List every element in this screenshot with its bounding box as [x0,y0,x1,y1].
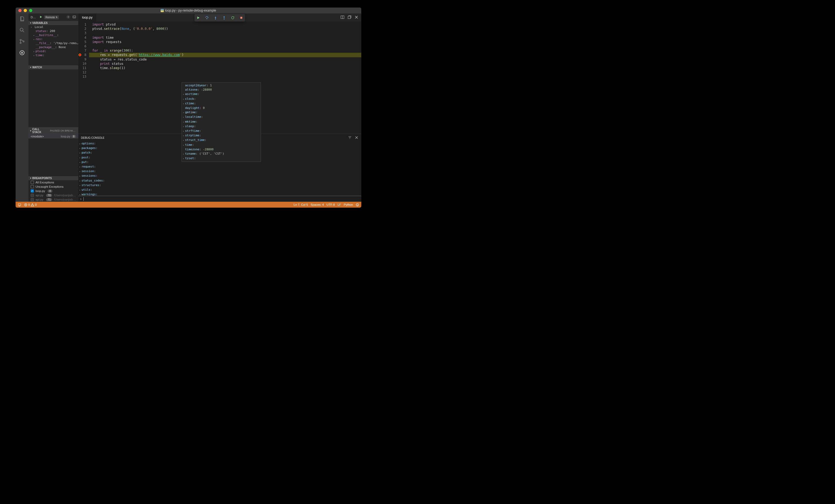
code-line[interactable] [89,31,361,35]
callstack-section-header[interactable]: ▾ CALL STACK PAUSED ON BREAKPO… [28,127,78,134]
debug-config-select[interactable]: Remote ⇅ [44,15,59,19]
svg-point-5 [68,16,69,18]
debug-console-icon[interactable] [73,15,76,19]
hover-property-row[interactable]: ▸clock: [182,97,261,101]
stack-frame-row[interactable]: <module> loop.py 8 [28,134,78,139]
hover-property-row[interactable]: timezone: -28800 [182,147,261,152]
hover-property-row[interactable]: ▸struct_time: [182,138,261,143]
hover-property-row[interactable]: accept2dyear: 1 [182,83,261,88]
code-line[interactable]: time.sleep(1) [89,66,361,70]
hover-property-row[interactable]: ▸mktime: [182,120,261,124]
continue-button[interactable] [196,15,201,20]
variable-row[interactable]: ▸ptvsd: [28,49,78,53]
svg-rect-13 [18,204,21,206]
settings-gear-icon[interactable] [66,15,70,19]
status-cursor-position[interactable]: Ln 7, Col 5 [294,203,308,206]
panel-title[interactable]: DEBUG CONSOLE [81,136,104,139]
split-editor-icon[interactable] [340,15,345,20]
hover-property-row[interactable]: altzone: -28800 [182,88,261,92]
console-output-row[interactable]: ▸warnings: [78,192,361,196]
hover-property-row[interactable]: ▸strftime: [182,129,261,133]
breakpoint-row[interactable]: ✓loop.py8 [28,189,78,193]
hover-property-row[interactable]: ▸ctime: [182,101,261,106]
minimize-window-button[interactable] [24,9,27,12]
filter-icon[interactable] [348,135,352,140]
console-output-row[interactable]: ▸sessions: [78,174,361,178]
hover-property-row[interactable]: ▸time: [182,143,261,147]
hover-property-row[interactable]: ▸tzname: ('CST', 'CST') [182,152,261,156]
breakpoint-row[interactable]: api.py71/Users/panjiaba… [28,197,78,202]
console-output-row[interactable]: ▸utils: [78,188,361,192]
code-line[interactable] [89,44,361,48]
console-output-row[interactable]: ▸request: [78,165,361,169]
source-control-icon[interactable] [19,38,25,45]
code-line[interactable]: import time [89,36,361,40]
show-opened-editors-icon[interactable] [347,15,352,20]
close-icon[interactable] [354,15,359,20]
variable-row[interactable]: __package__: None [28,45,78,49]
breakpoint-dot-icon[interactable] [79,54,81,56]
console-output-row[interactable]: ▸status_codes: [78,178,361,183]
status-host-icon[interactable] [18,203,21,207]
checkbox[interactable] [30,194,34,197]
status-problems[interactable]: 0 0 [24,203,37,207]
hover-property-row[interactable]: ▸tzset: [182,156,261,161]
hover-property-row[interactable]: daylight: 0 [182,106,261,110]
debug-icon[interactable] [19,49,25,56]
status-feedback-icon[interactable] [355,203,359,207]
hover-property-row[interactable]: ▸localtime: [182,115,261,120]
explorer-icon[interactable] [19,16,25,22]
start-debug-button[interactable] [39,15,42,19]
console-output-row[interactable]: ▸session: [78,169,361,174]
svg-rect-12 [348,16,350,19]
stop-button[interactable] [239,15,244,20]
step-out-button[interactable] [221,15,227,20]
code-line[interactable] [89,70,361,75]
step-over-button[interactable] [204,15,209,20]
status-eol[interactable]: LF [338,203,341,206]
status-encoding[interactable]: UTF-8 [327,203,335,206]
code-line[interactable]: print status [89,62,361,66]
editor-group: loop.py 12345678910111213 import ptvsdpt… [78,14,361,202]
debug-toolbar [195,14,245,22]
code-line[interactable] [89,75,361,79]
restart-button[interactable] [230,15,236,20]
status-language[interactable]: Python [344,203,353,206]
svg-rect-6 [73,16,76,18]
close-window-button[interactable] [18,9,22,12]
variable-row[interactable]: ▸__builtins__: [28,33,78,37]
variable-row[interactable]: status: 200 [28,29,78,33]
checkbox[interactable]: ✓ [30,189,34,193]
checkbox[interactable] [30,185,34,188]
breakpoint-row[interactable]: All Exceptions [28,180,78,185]
watch-section-header[interactable]: ▾ WATCH [28,65,78,69]
step-into-button[interactable] [213,15,218,20]
code-line[interactable]: res = requests.get('https://www.baidu.co… [89,53,361,57]
variable-row[interactable]: __file__: '/tmp/py-remote-… [28,41,78,45]
debug-console-input[interactable]: › [78,196,361,202]
code-line[interactable]: status = res.status_code [89,57,361,62]
variable-row[interactable]: ▸time: [28,53,78,57]
breakpoints-section-header[interactable]: ▾ BREAKPOINTS [28,176,78,180]
maximize-window-button[interactable] [29,9,32,12]
breakpoint-row[interactable]: api.py70/Users/panjiaba… [28,193,78,197]
breakpoint-row[interactable]: Uncaught Exceptions [28,185,78,189]
checkbox[interactable] [30,181,34,184]
code-line[interactable]: import requests [89,40,361,44]
editor-tab[interactable]: loop.py [78,14,97,22]
hover-property-row[interactable]: ▸sleep: [182,124,261,129]
variables-section-header[interactable]: ▾ VARIABLES [28,21,78,25]
code-line[interactable]: for _ in xrange(300): [89,48,361,53]
console-output-row[interactable]: ▸structures: [78,183,361,188]
search-icon[interactable] [19,27,25,33]
close-panel-icon[interactable] [354,135,359,140]
status-indentation[interactable]: Spaces: 4 [311,203,324,206]
code-line[interactable]: import ptvsd [89,22,361,27]
checkbox[interactable] [30,198,34,201]
scope-local[interactable]: ▾ Local [28,25,78,29]
hover-property-row[interactable]: ▸asctime: [182,92,261,97]
hover-property-row[interactable]: ▸gmtime: [182,110,261,115]
hover-property-row[interactable]: ▸strptime: [182,133,261,138]
code-line[interactable]: ptvsd.settrace(None, ('0.0.0.0', 8000)) [89,27,361,31]
variable-row[interactable]: ▸res: [28,37,78,41]
